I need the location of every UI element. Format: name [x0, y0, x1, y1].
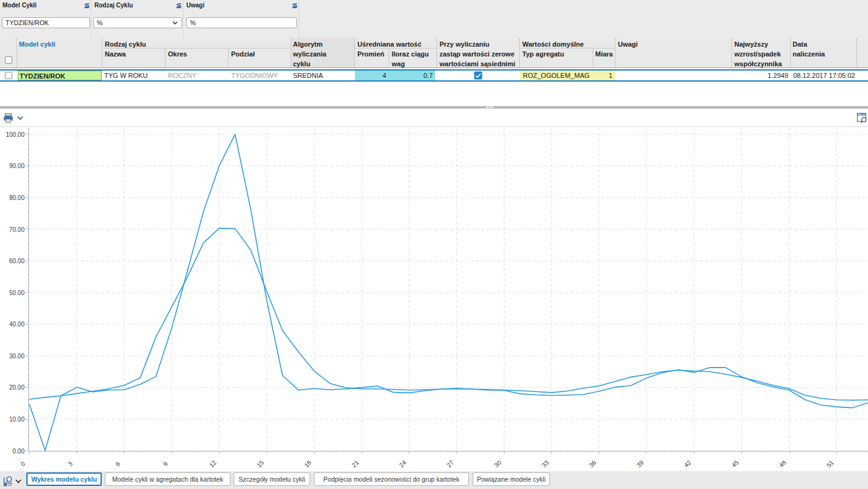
svg-text:10.00: 10.00	[9, 416, 25, 423]
svg-text:30: 30	[493, 459, 503, 469]
svg-text:40.00: 40.00	[9, 321, 25, 328]
svg-text:45: 45	[730, 459, 740, 469]
svg-text:3: 3	[67, 460, 74, 468]
svg-text:50.00: 50.00	[9, 290, 25, 296]
svg-text:70.00: 70.00	[9, 226, 25, 233]
svg-text:0: 0	[19, 460, 26, 468]
svg-text:60.00: 60.00	[9, 258, 25, 264]
svg-text:20.00: 20.00	[9, 384, 25, 391]
svg-text:48: 48	[778, 459, 788, 469]
svg-text:24: 24	[398, 459, 408, 469]
svg-text:90.00: 90.00	[9, 163, 25, 169]
svg-text:30.00: 30.00	[9, 353, 25, 360]
svg-text:12: 12	[208, 459, 218, 469]
svg-text:9: 9	[162, 460, 169, 468]
svg-text:27: 27	[446, 459, 455, 469]
svg-text:15: 15	[256, 459, 265, 469]
svg-text:100.00: 100.00	[6, 131, 25, 138]
svg-text:21: 21	[351, 459, 360, 469]
svg-text:18: 18	[303, 459, 313, 469]
svg-text:6: 6	[114, 460, 121, 468]
svg-text:33: 33	[541, 459, 550, 469]
svg-text:80.00: 80.00	[9, 194, 25, 201]
svg-text:0.00: 0.00	[13, 448, 25, 455]
svg-text:42: 42	[683, 459, 693, 469]
svg-text:36: 36	[588, 459, 598, 469]
svg-text:51: 51	[825, 459, 835, 469]
svg-text:39: 39	[636, 459, 645, 469]
